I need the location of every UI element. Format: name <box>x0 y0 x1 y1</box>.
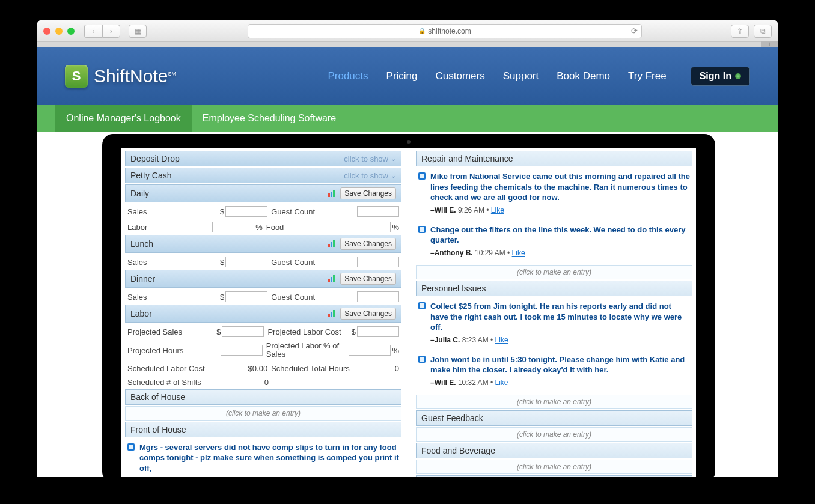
note-bullet-icon <box>127 443 135 451</box>
note-repair-2: Change out the filters on the line this … <box>416 221 692 264</box>
note-text: Change out the filters on the line this … <box>430 225 686 245</box>
like-link[interactable]: Like <box>491 206 504 214</box>
section-daily: Daily Save Changes <box>125 184 401 202</box>
section-lunch: Lunch Save Changes <box>125 235 401 253</box>
row-projected-hours: Projected Hours Projected Labor % of Sal… <box>125 339 401 362</box>
status-dot-icon <box>735 73 741 79</box>
sidebar-toggle-button[interactable]: ▦ <box>129 25 147 38</box>
chevron-down-icon: ⌄ <box>391 172 396 180</box>
expand-hint: click to show <box>344 154 388 163</box>
input-projected-hours[interactable] <box>221 345 263 356</box>
note-author: –Will E. <box>430 378 456 387</box>
input-lunch-guest-count[interactable] <box>357 257 399 267</box>
nav-products[interactable]: Products <box>328 70 368 82</box>
close-icon[interactable] <box>43 28 50 35</box>
entry-prompt-boh[interactable]: (click to make an entry) <box>125 406 401 421</box>
like-link[interactable]: Like <box>495 336 508 344</box>
nav-pricing[interactable]: Pricing <box>386 70 418 82</box>
input-projected-labor-cost[interactable] <box>357 326 399 337</box>
back-button[interactable]: ‹ <box>84 25 102 38</box>
sign-in-label: Sign In <box>700 71 731 82</box>
input-dinner-sales[interactable] <box>225 291 267 302</box>
bar-chart-icon[interactable] <box>328 310 337 317</box>
row-scheduled-shifts: Scheduled # of Shifts 0 <box>125 375 401 389</box>
forward-button[interactable]: › <box>102 25 120 38</box>
note-bullet-icon <box>418 172 426 180</box>
section-what-happened: What Happened <box>416 475 692 477</box>
logo-text: ShiftNoteSM <box>94 66 176 87</box>
section-title: Lunch <box>130 239 153 249</box>
lock-icon: 🔒 <box>418 28 426 34</box>
entry-prompt-foodbev[interactable]: (click to make an entry) <box>416 460 692 474</box>
window-controls <box>43 28 75 35</box>
section-title: Deposit Drop <box>130 154 180 163</box>
input-daily-sales[interactable] <box>225 206 267 217</box>
expand-hint: click to show <box>344 171 388 180</box>
nav-support[interactable]: Support <box>503 70 539 82</box>
bar-chart-icon[interactable] <box>328 240 337 247</box>
titlebar: ‹ › ▦ 🔒 shiftnote.com ⟳ ⇪ ⧉ <box>37 20 778 42</box>
input-daily-guest-count[interactable] <box>357 206 399 217</box>
section-title: Repair and Maintenance <box>421 154 513 163</box>
reload-icon[interactable]: ⟳ <box>631 26 638 35</box>
row-scheduled-cost: Scheduled Labor Cost $0.00 Scheduled Tot… <box>125 362 401 375</box>
input-projected-sales[interactable] <box>222 326 264 337</box>
section-title: Petty Cash <box>130 171 171 180</box>
note-text: Mgrs - several servers did not have comp… <box>139 442 399 474</box>
sign-in-button[interactable]: Sign In <box>691 67 750 86</box>
note-time: 9:26 AM • <box>458 206 489 214</box>
note-time: 10:29 AM • <box>475 249 510 257</box>
note-author: –Anthony B. <box>430 249 473 257</box>
sub-nav: Online Manager's Logbook Employee Schedu… <box>37 105 778 132</box>
section-labor: Labor Save Changes <box>125 305 401 323</box>
main-nav: Products Pricing Customers Support Book … <box>328 67 750 86</box>
row-lunch-sales: Sales $ Guest Count <box>125 254 401 270</box>
section-title: Daily <box>130 189 149 198</box>
subnav-scheduling[interactable]: Employee Scheduling Software <box>192 105 347 132</box>
save-daily-button[interactable]: Save Changes <box>340 187 396 199</box>
nav-book-demo[interactable]: Book Demo <box>557 70 610 82</box>
share-button[interactable]: ⇪ <box>731 25 749 38</box>
left-column: Deposit Drop click to show ⌄ Petty Cash … <box>125 151 401 477</box>
section-back-of-house: Back of House <box>125 389 401 405</box>
note-repair-1: Mike from National Service came out this… <box>416 168 692 221</box>
input-projected-labor-pct[interactable] <box>349 345 391 356</box>
subnav-logbook[interactable]: Online Manager's Logbook <box>55 105 192 132</box>
nav-try-free[interactable]: Try Free <box>628 70 667 82</box>
note-personnel-2: John wont be in until 5:30 tonight. Plea… <box>416 351 692 393</box>
site-header: S ShiftNoteSM Products Pricing Customers… <box>37 47 778 105</box>
input-daily-labor[interactable] <box>212 222 254 232</box>
entry-prompt-guest[interactable]: (click to make an entry) <box>416 427 692 442</box>
section-petty-cash[interactable]: Petty Cash click to show ⌄ <box>125 168 401 183</box>
save-labor-button[interactable]: Save Changes <box>340 308 396 320</box>
entry-prompt-repair[interactable]: (click to make an entry) <box>416 265 692 279</box>
logo[interactable]: S ShiftNoteSM <box>65 65 176 88</box>
tabs-button[interactable]: ⧉ <box>754 25 772 38</box>
note-personnel-1: Collect $25 from Jim tonight. He ran his… <box>416 297 692 351</box>
input-lunch-sales[interactable] <box>225 257 267 267</box>
entry-prompt-personnel[interactable]: (click to make an entry) <box>416 395 692 409</box>
save-lunch-button[interactable]: Save Changes <box>340 238 396 250</box>
input-dinner-guest-count[interactable] <box>357 291 399 302</box>
label-guest-count: Guest Count <box>267 207 357 216</box>
input-daily-food[interactable] <box>349 222 391 232</box>
section-food-beverage: Food and Beverage <box>416 443 692 458</box>
note-text: Mike from National Service came out this… <box>430 172 690 202</box>
row-projected-sales: Projected Sales $ Projected Labor Cost $ <box>125 324 401 339</box>
note-author: –Julia C. <box>430 336 460 344</box>
like-link[interactable]: Like <box>512 249 525 257</box>
address-bar[interactable]: 🔒 shiftnote.com ⟳ <box>248 24 642 38</box>
bar-chart-icon[interactable] <box>328 275 337 282</box>
maximize-icon[interactable] <box>67 28 75 35</box>
save-dinner-button[interactable]: Save Changes <box>340 273 396 285</box>
minimize-icon[interactable] <box>55 28 63 35</box>
section-title: Food and Beverage <box>421 446 495 455</box>
note-time: 10:32 AM • <box>458 378 493 387</box>
section-deposit-drop[interactable]: Deposit Drop click to show ⌄ <box>125 151 401 166</box>
like-link[interactable]: Like <box>495 378 508 387</box>
section-title: Dinner <box>130 274 155 284</box>
section-guest-feedback: Guest Feedback <box>416 410 692 426</box>
section-title: Back of House <box>130 392 185 402</box>
bar-chart-icon[interactable] <box>328 190 337 197</box>
nav-customers[interactable]: Customers <box>436 70 485 82</box>
